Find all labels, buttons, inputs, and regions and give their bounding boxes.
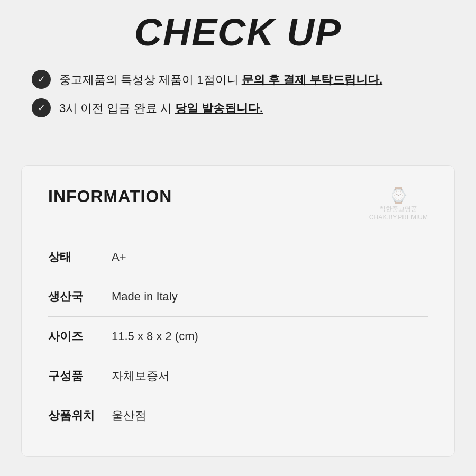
check-icon-1: ✓ [32, 70, 51, 89]
checkup-section: CHECK UP ✓ 중고제품의 특성상 제품이 1점이니 문의 후 결제 부탁… [0, 0, 476, 133]
info-value-origin: Made in Italy [112, 290, 178, 304]
check-icon-2: ✓ [32, 98, 51, 117]
info-table: 상태 A+ 생산국 Made in Italy 사이즈 11.5 x 8 x 2… [48, 237, 428, 435]
info-label-origin: 생산국 [48, 289, 112, 305]
info-row-location: 상품위치 울산점 [48, 396, 428, 435]
checkup-text-2: 3시 이전 입금 완료 시 당일 발송됩니다. [59, 99, 263, 117]
info-row-size: 사이즈 11.5 x 8 x 2 (cm) [48, 317, 428, 356]
info-label-size: 사이즈 [48, 328, 112, 344]
info-label-components: 구성품 [48, 368, 112, 384]
checkup-items: ✓ 중고제품의 특성상 제품이 1점이니 문의 후 결제 부탁드립니다. ✓ 3… [21, 70, 455, 117]
page-wrapper: CHECK UP ✓ 중고제품의 특성상 제품이 1점이니 문의 후 결제 부탁… [0, 0, 476, 476]
info-header: INFORMATION ⌚ 착한중고명품 CHAK.BY.PREMIUM [48, 187, 428, 222]
checkup-title: CHECK UP [21, 11, 455, 54]
checkup-item-1: ✓ 중고제품의 특성상 제품이 1점이니 문의 후 결제 부탁드립니다. [32, 70, 444, 89]
checkup-text-plain-2: 3시 이전 입금 완료 시 [59, 102, 175, 115]
info-label-condition: 상태 [48, 249, 112, 265]
checkmark-symbol: ✓ [38, 72, 45, 87]
watermark: ⌚ 착한중고명품 CHAK.BY.PREMIUM [369, 187, 428, 222]
checkup-text-plain-1: 중고제품의 특성상 제품이 1점이니 [59, 73, 242, 86]
info-value-condition: A+ [112, 250, 126, 264]
checkup-item-2: ✓ 3시 이전 입금 완료 시 당일 발송됩니다. [32, 98, 444, 117]
info-value-location: 울산점 [112, 408, 147, 424]
checkup-text-bold-2: 당일 발송됩니다. [175, 102, 263, 115]
section-divider [0, 133, 476, 165]
info-value-components: 자체보증서 [112, 368, 170, 384]
info-row-condition: 상태 A+ [48, 237, 428, 277]
information-section: INFORMATION ⌚ 착한중고명품 CHAK.BY.PREMIUM 상태 … [21, 165, 455, 457]
info-row-origin: 생산국 Made in Italy [48, 277, 428, 317]
watermark-icon: ⌚ [389, 187, 408, 204]
watermark-text-line2: CHAK.BY.PREMIUM [369, 214, 428, 222]
checkup-text-1: 중고제품의 특성상 제품이 1점이니 문의 후 결제 부탁드립니다. [59, 71, 382, 88]
info-label-location: 상품위치 [48, 408, 112, 424]
info-row-components: 구성품 자체보증서 [48, 356, 428, 396]
checkmark-symbol-2: ✓ [38, 101, 45, 115]
info-title: INFORMATION [48, 187, 172, 206]
watermark-text-line1: 착한중고명품 [379, 205, 417, 214]
info-value-size: 11.5 x 8 x 2 (cm) [112, 329, 198, 343]
checkup-text-bold-1: 문의 후 결제 부탁드립니다. [242, 73, 382, 86]
